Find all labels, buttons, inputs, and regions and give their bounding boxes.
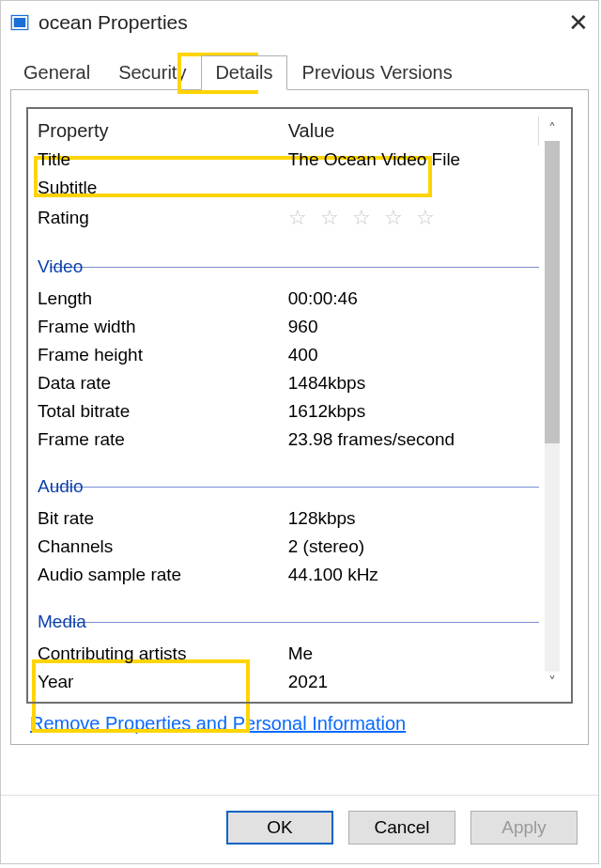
row-frame-height[interactable]: Frame height400 [38, 341, 539, 369]
apply-button[interactable]: Apply [470, 811, 578, 845]
section-audio: Audio [38, 454, 539, 504]
properties-dialog: ocean Properties ✕ General Security Deta… [0, 0, 599, 864]
scrollbar[interactable]: ˄ ˅ [539, 116, 571, 696]
prop-label: Bit rate [38, 504, 288, 533]
prop-label: Frame height [38, 341, 288, 369]
row-rating[interactable]: Rating ☆ ☆ ☆ ☆ ☆ [38, 202, 539, 234]
prop-value[interactable]: 2021 [288, 668, 539, 696]
scroll-up-icon[interactable]: ˄ [543, 120, 562, 139]
section-label: Video [38, 245, 50, 281]
row-frame-width[interactable]: Frame width960 [38, 313, 539, 341]
scroll-thumb[interactable] [545, 141, 560, 443]
scroll-track[interactable] [545, 141, 560, 672]
section-media: Media [38, 589, 539, 640]
row-subtitle[interactable]: Subtitle [38, 174, 539, 202]
prop-label: Contributing artists [38, 640, 288, 668]
tab-security[interactable]: Security [105, 56, 199, 89]
row-contributing-artists[interactable]: Contributing artistsMe [38, 640, 539, 668]
prop-label: Title [38, 146, 288, 174]
tab-previous-versions[interactable]: Previous Versions [289, 56, 466, 89]
prop-label: Total bitrate [38, 397, 288, 426]
prop-value: 128kbps [288, 504, 539, 533]
file-type-icon [10, 13, 29, 32]
cancel-button[interactable]: Cancel [348, 811, 455, 845]
prop-label: Channels [38, 533, 288, 561]
row-title[interactable]: Title The Ocean Video File [38, 146, 539, 174]
ok-button[interactable]: OK [226, 811, 333, 845]
prop-label: Length [38, 285, 288, 313]
tab-details[interactable]: Details [201, 55, 286, 90]
row-length[interactable]: Length00:00:46 [38, 285, 539, 313]
prop-label: Rating [38, 202, 288, 234]
svg-rect-1 [14, 18, 26, 27]
row-sample-rate[interactable]: Audio sample rate44.100 kHz [38, 561, 539, 589]
prop-value: 23.98 frames/second [288, 426, 539, 454]
prop-value: 00:00:46 [288, 285, 539, 313]
titlebar: ocean Properties ✕ [1, 1, 598, 44]
row-channels[interactable]: Channels2 (stereo) [38, 533, 539, 561]
row-frame-rate[interactable]: Frame rate23.98 frames/second [38, 426, 539, 454]
prop-value[interactable]: Me [288, 640, 539, 668]
section-video: Video [38, 234, 539, 285]
rating-stars[interactable]: ☆ ☆ ☆ ☆ ☆ [288, 202, 539, 234]
prop-label: Data rate [38, 369, 288, 397]
prop-value: 1612kbps [288, 397, 539, 426]
prop-value[interactable]: The Ocean Video File [288, 146, 539, 174]
row-bit-rate[interactable]: Bit rate128kbps [38, 504, 539, 533]
prop-label: Frame rate [38, 426, 288, 454]
prop-value: 960 [288, 313, 539, 341]
prop-value: 400 [288, 341, 539, 369]
prop-label: Year [38, 668, 288, 696]
prop-label: Subtitle [38, 174, 288, 202]
tab-area: General Security Details Previous Versio… [1, 44, 598, 745]
tabs: General Security Details Previous Versio… [10, 52, 589, 90]
scroll-down-icon[interactable]: ˅ [543, 674, 562, 692]
details-pane: Property Value Title The Ocean Video Fil… [10, 90, 589, 745]
tab-general[interactable]: General [10, 56, 103, 89]
col-property[interactable]: Property [38, 116, 288, 146]
section-label: Audio [38, 465, 50, 501]
prop-value: 2 (stereo) [288, 533, 539, 561]
col-value[interactable]: Value [288, 116, 539, 146]
button-bar: OK Cancel Apply [1, 795, 598, 863]
window-title: ocean Properties [39, 11, 551, 34]
property-grid: Property Value Title The Ocean Video Fil… [26, 107, 573, 704]
prop-value[interactable] [288, 174, 539, 202]
close-icon[interactable]: ✕ [551, 10, 589, 35]
section-label: Media [38, 600, 50, 636]
remove-properties-link[interactable]: Remove Properties and Personal Informati… [26, 704, 573, 738]
prop-value: 1484kbps [288, 369, 539, 397]
row-data-rate[interactable]: Data rate1484kbps [38, 369, 539, 397]
prop-label: Frame width [38, 313, 288, 341]
row-year[interactable]: Year2021 [38, 668, 539, 696]
row-total-bitrate[interactable]: Total bitrate1612kbps [38, 397, 539, 426]
prop-label: Audio sample rate [38, 561, 288, 589]
header-row: Property Value [38, 116, 539, 146]
prop-value: 44.100 kHz [288, 561, 539, 589]
